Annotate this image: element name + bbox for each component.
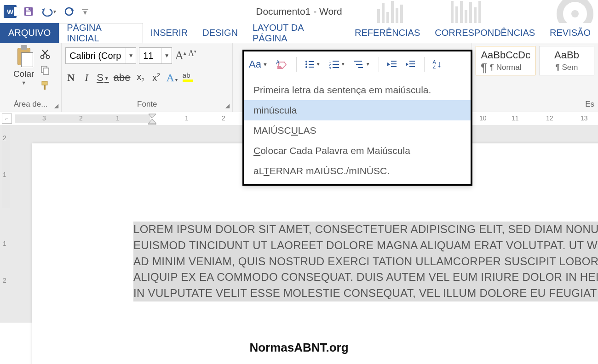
font-size-input[interactable]	[139, 51, 161, 61]
svg-point-18	[305, 66, 307, 68]
copy-icon[interactable]	[40, 64, 51, 77]
case-lowercase[interactable]: minúscula	[244, 100, 471, 120]
svg-point-5	[41, 56, 44, 59]
tab-review[interactable]: REVISÃO	[542, 23, 598, 43]
paste-button[interactable]: Colar ▼	[11, 46, 37, 85]
bold-button[interactable]: N	[65, 72, 76, 84]
highlight-button[interactable]	[182, 71, 193, 84]
tab-references[interactable]: REFERÊNCIAS	[347, 23, 427, 43]
ruler-num: 13	[581, 114, 588, 122]
chevron-down-icon[interactable]: ▼	[316, 62, 321, 67]
svg-rect-31	[391, 66, 397, 67]
chevron-down-icon[interactable]: ▼	[21, 80, 26, 85]
svg-rect-35	[149, 123, 156, 125]
change-case-dropdown: Aa▼ A ▼ 123 ▼ ▼ AZ↓ Primeira letra da se…	[242, 50, 472, 186]
font-size-combo[interactable]: ▼	[139, 47, 172, 64]
clipboard-launcher-icon[interactable]: ◢	[54, 102, 58, 109]
multilevel-list-button[interactable]: ▼	[354, 60, 370, 69]
indent-marker-icon[interactable]	[148, 113, 156, 125]
format-painter-icon[interactable]	[40, 80, 51, 93]
tab-insert[interactable]: INSERIR	[143, 23, 195, 43]
svg-rect-19	[309, 67, 314, 68]
sort-button[interactable]: AZ↓	[433, 59, 442, 69]
ruler-num: 1	[185, 114, 189, 122]
strikethrough-button[interactable]: abe	[114, 72, 131, 84]
qat-customize-icon[interactable]: ▼	[82, 9, 88, 15]
svg-point-6	[46, 56, 50, 59]
ruler-corner[interactable]: ⌐	[2, 114, 12, 124]
window-title: Documento1 - Word	[256, 6, 342, 17]
chevron-down-icon: ▼	[263, 62, 268, 67]
svg-rect-34	[409, 66, 415, 67]
svg-rect-17	[309, 64, 314, 65]
redo-icon[interactable]	[63, 6, 75, 17]
style-normal-sample: AaBbCcDc	[481, 49, 530, 61]
svg-rect-32	[409, 61, 415, 62]
underline-button[interactable]: S▼	[97, 72, 109, 84]
vruler-num: 2	[3, 277, 6, 284]
ruler-num: 12	[546, 114, 553, 122]
change-case-button[interactable]: Aa▼	[249, 58, 268, 70]
svg-rect-23	[333, 64, 339, 65]
chevron-down-icon[interactable]: ▼	[161, 48, 172, 63]
svg-rect-3	[29, 8, 30, 10]
font-launcher-icon[interactable]: ◢	[225, 102, 230, 109]
tab-layout[interactable]: LAYOUT DA PÁGINA	[245, 23, 347, 43]
show-hide-marks-button[interactable]: ¶	[481, 61, 487, 75]
chevron-down-icon[interactable]: ▼	[52, 9, 57, 14]
clear-formatting-icon[interactable]: A	[276, 59, 288, 69]
chevron-down-icon[interactable]: ▼	[104, 76, 109, 81]
ruler-num: 3	[42, 114, 46, 122]
ruler-num: 10	[479, 114, 487, 122]
style-no-spacing[interactable]: AaBb ¶ Sem	[539, 46, 594, 75]
svg-text:3: 3	[329, 66, 331, 69]
document-selected-text[interactable]: LOREM IPSUM DOLOR SIT AMET, CONSECTETUER…	[133, 222, 598, 301]
tab-mailings[interactable]: CORRESPONDÊNCIAS	[427, 23, 542, 43]
grow-font-icon[interactable]: A▴	[175, 49, 186, 63]
increase-indent-button[interactable]	[406, 60, 416, 69]
svg-rect-27	[356, 64, 362, 65]
case-uppercase[interactable]: MAIÚSCULAS	[244, 120, 471, 141]
ruler-num: 2	[79, 114, 83, 122]
save-icon[interactable]	[23, 6, 34, 17]
case-sentence[interactable]: Primeira letra da sentença em maiúscula.	[244, 80, 471, 100]
tab-file[interactable]: ARQUIVO	[0, 23, 59, 43]
svg-point-14	[305, 61, 307, 63]
title-bar: W ▼ ▼ Documento1 - Word	[0, 0, 598, 23]
ruler-num: 11	[512, 114, 519, 122]
svg-rect-28	[358, 67, 363, 68]
text-effects-button[interactable]: A▾	[166, 72, 177, 84]
group-clipboard: Colar ▼ Área de... ◢	[0, 43, 62, 112]
chevron-down-icon[interactable]: ▼	[366, 62, 370, 67]
ribbon-backdrop-graphic	[377, 0, 598, 23]
tab-home[interactable]: PÁGINA INICIAL	[59, 23, 143, 43]
svg-rect-29	[391, 61, 397, 62]
quick-access-toolbar: W ▼ ▼	[0, 5, 88, 18]
ruler-num: 2	[222, 114, 225, 122]
font-name-input[interactable]	[66, 51, 126, 61]
chevron-down-icon[interactable]: ▼	[341, 62, 345, 67]
group-styles-label: Es	[585, 100, 594, 109]
chevron-down-icon[interactable]: ▼	[126, 48, 136, 63]
undo-icon[interactable]: ▼	[40, 6, 57, 17]
decrease-indent-button[interactable]	[387, 60, 397, 69]
font-name-combo[interactable]: ▼	[65, 47, 136, 64]
paste-label: Colar	[13, 69, 34, 79]
case-capitalize[interactable]: Colocar Cada Palavra em Maiúscula	[244, 141, 471, 161]
style-normal-name: ¶ Normal	[481, 63, 530, 72]
tab-design[interactable]: DESIGN	[195, 23, 245, 43]
shrink-font-icon[interactable]: A▾	[188, 49, 196, 63]
doc-line: LOREM IPSUM DOLOR SIT AMET, CONSECTETUER…	[133, 222, 598, 238]
bullets-button[interactable]: ▼	[305, 60, 321, 69]
superscript-button[interactable]: x2	[150, 72, 161, 83]
case-toggle[interactable]: aLTERNAR mAIÚSC./mINÚSC.	[244, 161, 471, 181]
vruler-num: 1	[3, 240, 6, 247]
cut-icon[interactable]	[40, 49, 51, 62]
watermark-text: NormasABNT.org	[0, 341, 598, 355]
subscript-button[interactable]: x2	[135, 72, 146, 84]
word-app-icon[interactable]: W	[4, 5, 17, 18]
style-nospacing-name: ¶ Sem	[544, 63, 589, 72]
numbering-button[interactable]: 123 ▼	[329, 60, 345, 69]
svg-rect-11	[42, 81, 47, 85]
italic-button[interactable]: I	[81, 72, 92, 84]
